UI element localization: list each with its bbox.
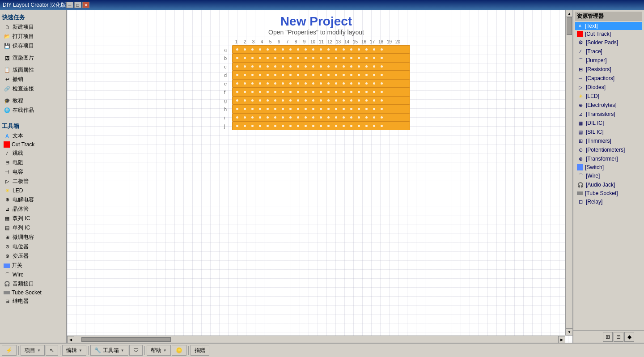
hole-i-12[interactable]: [318, 115, 324, 120]
hole-i-5[interactable]: [264, 115, 271, 120]
hole-d-18[interactable]: [363, 72, 370, 78]
hole-g-20[interactable]: [378, 98, 385, 103]
hole-a-7[interactable]: [280, 47, 286, 52]
hole-b-9[interactable]: [295, 55, 301, 61]
hole-j-9[interactable]: [295, 123, 301, 129]
hole-g-10[interactable]: [302, 98, 309, 103]
canvas-area[interactable]: New Project Open "Properties" to modify …: [67, 10, 572, 343]
res-solder-pads-item[interactable]: ⚙ [Solder Pads]: [575, 38, 642, 47]
res-electrolytes-item[interactable]: ⊕ [Electrolytes]: [575, 101, 642, 110]
hole-f-17[interactable]: [356, 89, 362, 95]
hole-a-9[interactable]: [295, 47, 301, 52]
bottom-lightning-btn[interactable]: ⚡: [2, 345, 17, 356]
res-grid-btn2[interactable]: ⊟: [614, 332, 623, 342]
hole-d-17[interactable]: [356, 72, 362, 78]
hole-j-7[interactable]: [280, 123, 286, 129]
hole-f-11[interactable]: [310, 89, 317, 95]
hole-c-12[interactable]: [318, 64, 324, 69]
hole-d-3[interactable]: [249, 72, 256, 78]
res-scroll-down-btn[interactable]: [635, 333, 642, 340]
hole-a-12[interactable]: [318, 47, 324, 52]
hole-j-20[interactable]: [378, 123, 385, 129]
hole-h-5[interactable]: [264, 106, 271, 112]
hole-h-16[interactable]: [348, 106, 355, 112]
hole-h-17[interactable]: [356, 106, 362, 112]
hole-i-6[interactable]: [272, 115, 279, 120]
hole-b-20[interactable]: [378, 55, 385, 61]
hole-h-10[interactable]: [302, 106, 309, 112]
hole-a-13[interactable]: [325, 47, 332, 52]
hole-a-4[interactable]: [257, 47, 263, 52]
hole-d-2[interactable]: [242, 72, 248, 78]
hole-e-6[interactable]: [272, 81, 279, 86]
res-jumper-item[interactable]: ⌒ [Jumper]: [575, 56, 642, 65]
hole-b-19[interactable]: [371, 55, 377, 61]
hole-j-16[interactable]: [348, 123, 355, 129]
hole-a-14[interactable]: [333, 47, 339, 52]
new-project-item[interactable]: 🗋 新建项目: [2, 22, 64, 32]
board-strip-e[interactable]: [232, 79, 410, 88]
hole-e-13[interactable]: [325, 81, 332, 86]
hole-a-11[interactable]: [310, 47, 317, 52]
hole-h-9[interactable]: [295, 106, 301, 112]
board-strip-c[interactable]: [232, 62, 410, 71]
hole-j-5[interactable]: [264, 123, 271, 129]
hole-f-9[interactable]: [295, 89, 301, 95]
hole-h-14[interactable]: [333, 106, 339, 112]
res-diamond-btn[interactable]: ◆: [624, 332, 634, 342]
hole-j-3[interactable]: [249, 123, 256, 129]
hole-j-10[interactable]: [302, 123, 309, 129]
res-switch-item[interactable]: [Switch]: [575, 163, 642, 171]
hole-f-18[interactable]: [363, 89, 370, 95]
res-grid-btn1[interactable]: ⊞: [603, 332, 613, 342]
hole-i-15[interactable]: [340, 115, 347, 120]
hole-i-13[interactable]: [325, 115, 332, 120]
res-audio-jack-item[interactable]: 🎧 [Audio Jack]: [575, 180, 642, 189]
hole-j-19[interactable]: [371, 123, 377, 129]
hole-g-18[interactable]: [363, 98, 370, 103]
tool-pot-item[interactable]: ⊙ 电位器: [2, 242, 64, 251]
hole-a-20[interactable]: [378, 47, 385, 52]
hole-e-2[interactable]: [242, 81, 248, 86]
hole-a-17[interactable]: [356, 47, 362, 52]
hole-i-16[interactable]: [348, 115, 355, 120]
board-strip-a[interactable]: [232, 45, 410, 54]
res-resistors-item[interactable]: ⊟ [Resistors]: [575, 65, 642, 74]
hole-i-7[interactable]: [280, 115, 286, 120]
hole-g-4[interactable]: [257, 98, 263, 103]
hole-e-12[interactable]: [318, 81, 324, 86]
hole-g-5[interactable]: [264, 98, 271, 103]
scroll-down-button[interactable]: ▼: [566, 328, 572, 336]
hole-a-10[interactable]: [302, 47, 309, 52]
hole-j-15[interactable]: [340, 123, 347, 129]
scroll-right-button[interactable]: ▶: [558, 336, 565, 343]
hole-f-8[interactable]: [287, 89, 294, 95]
hole-a-18[interactable]: [363, 47, 370, 52]
hole-f-16[interactable]: [348, 89, 355, 95]
hole-e-9[interactable]: [295, 81, 301, 86]
hole-g-12[interactable]: [318, 98, 324, 103]
hole-h-11[interactable]: [310, 106, 317, 112]
res-transformer-item[interactable]: ⊗ [Transformer]: [575, 154, 642, 163]
hole-j-2[interactable]: [242, 123, 248, 129]
hole-e-1[interactable]: [234, 81, 241, 86]
hole-h-13[interactable]: [325, 106, 332, 112]
hole-c-6[interactable]: [272, 64, 279, 69]
hole-d-10[interactable]: [302, 72, 309, 78]
close-button[interactable]: ✕: [82, 2, 89, 8]
tool-trimmer-item[interactable]: ⊞ 微调电容: [2, 233, 64, 242]
hole-i-4[interactable]: [257, 115, 263, 120]
hole-h-15[interactable]: [340, 106, 347, 112]
minimize-button[interactable]: ─: [66, 2, 73, 8]
canvas-vertical-scrollbar[interactable]: ▲ ▼: [565, 10, 572, 336]
bottom-project-btn[interactable]: 项目 ▼: [21, 345, 45, 356]
hole-b-6[interactable]: [272, 55, 279, 61]
hole-j-6[interactable]: [272, 123, 279, 129]
board-strip-i[interactable]: [232, 113, 410, 122]
hole-b-18[interactable]: [363, 55, 370, 61]
hole-e-10[interactable]: [302, 81, 309, 86]
res-trace-item[interactable]: ∕ [Trace]: [575, 47, 642, 56]
hole-f-12[interactable]: [318, 89, 324, 95]
hole-h-19[interactable]: [371, 106, 377, 112]
hole-c-10[interactable]: [302, 64, 309, 69]
